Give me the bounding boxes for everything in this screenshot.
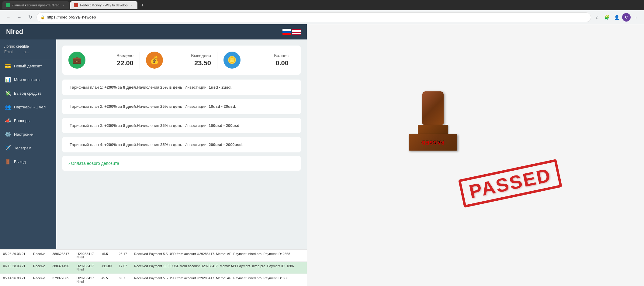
toolbar-actions: ☆ 🧩 👤 C ⋮	[593, 13, 640, 22]
tariff-card-1[interactable]: Тарифный план 1: +200% за 8 дней.Начисле…	[62, 80, 301, 95]
address-bar[interactable]: 🔒 https://nired.pro/?a=newdep	[36, 12, 591, 22]
transaction-table-container: 05.28 29.03.21 Receive 380626317 U292884…	[0, 249, 307, 286]
stamp-visual: PASSED PASSED	[384, 82, 567, 228]
settings-label: Настройки	[14, 132, 33, 137]
site-logo: Nired	[6, 28, 23, 36]
tx1-amount: +5.5	[98, 250, 116, 262]
tariff4-h2: 8 дней	[123, 142, 136, 147]
back-button[interactable]: ←	[4, 13, 13, 22]
tx1-account: U29288417 Nired	[74, 250, 98, 262]
tab-favicon-pm	[74, 3, 78, 7]
bookmark-icon[interactable]: ☆	[593, 13, 601, 22]
banners-icon: 📣	[5, 118, 11, 124]
tx1-account-sub: Nired	[77, 256, 95, 259]
tx3-date: 05.14 26.03.21	[0, 274, 30, 286]
tariff3-t3: . Инвестиции:	[182, 123, 209, 128]
stat-balance-info: Баланс 0.00	[245, 53, 289, 67]
sidebar-item-partners[interactable]: 👥 Партнеры - 1 чел	[0, 100, 56, 114]
user-info: Логин: credible Email: · · · - а...	[0, 39, 56, 59]
tariff4-h3: 25% в день	[160, 142, 182, 147]
stat-withdrawn-info: Выведено 23.50	[168, 53, 211, 67]
stat-deposited: 💼 Введено 22.00	[68, 52, 140, 69]
tariff2-h1: +200%	[104, 104, 117, 109]
sidebar-item-logout[interactable]: 🚪 Выход	[0, 155, 56, 169]
tariff-card-2[interactable]: Тарифный план 2: +200% за 8 дней.Начисле…	[62, 99, 301, 114]
tariff2-t3: . Инвестиции:	[182, 104, 209, 109]
payment-section: › Оплата нового депозита	[62, 156, 301, 171]
extensions-icon[interactable]: 🧩	[603, 13, 611, 22]
new-tab-button[interactable]: +	[139, 1, 147, 9]
sidebar-item-telegram[interactable]: ✈️ Телеграм	[0, 141, 56, 155]
stat-withdrawn: 💰 Выведено 23.50	[140, 52, 217, 69]
website: Nired Логин: credible Email: · · · -	[0, 24, 307, 286]
transaction-row-1: 05.28 29.03.21 Receive 380626317 U292884…	[0, 250, 307, 262]
profile-icon[interactable]: 👤	[612, 13, 621, 22]
site-header: Nired	[0, 24, 307, 39]
telegram-label: Телеграм	[14, 146, 31, 150]
forward-button[interactable]: →	[15, 13, 24, 22]
tariff3-h3: 25% в день	[160, 123, 182, 128]
passed-stamp-impression: PASSED	[458, 159, 563, 208]
tariff2-h3: 25% в день	[160, 104, 182, 109]
withdraw-label: Вывод средств	[14, 91, 42, 96]
tab-close-pm[interactable]: ×	[130, 3, 134, 7]
payment-toggle[interactable]: › Оплата нового депозита	[68, 161, 295, 166]
tariff1-t3: . Инвестиции:	[182, 85, 209, 90]
stat-deposited-icon: 💼	[68, 52, 85, 69]
tx3-batch: 379872065	[49, 274, 74, 286]
email-dots: · · · -	[16, 50, 23, 54]
tab-perfectmoney[interactable]: Perfect Money - Way to develop ×	[70, 1, 137, 9]
tariff3-h4: 100usd - 200usd	[209, 123, 239, 128]
url-text: https://nired.pro/?a=newdep	[47, 15, 587, 19]
reload-button[interactable]: ↻	[26, 13, 35, 22]
email-label: Email:	[4, 50, 14, 54]
stamp-reversed-text: PASSED	[421, 140, 445, 145]
tariff2-prefix: Тарифный план 2:	[70, 104, 104, 109]
tariff1-t4: .	[231, 85, 232, 90]
tariff-card-3[interactable]: Тарифный план 3: +200% за 8 дней.Начисле…	[62, 118, 301, 133]
transaction-row-3: 05.14 26.03.21 Receive 379872065 U292884…	[0, 274, 307, 286]
tariff4-h1: +200%	[104, 142, 117, 147]
my-deposits-label: Мои депозиты	[14, 77, 40, 82]
sidebar-item-my-deposits[interactable]: 📊 Мои депозиты	[0, 73, 56, 87]
browser-chrome: Личный кабинет проекта Nired × Perfect M…	[0, 0, 644, 24]
stamp-face: PASSED	[409, 134, 457, 151]
sidebar-item-settings[interactable]: ⚙️ Настройки	[0, 128, 56, 141]
tab-label-pm: Perfect Money - Way to develop	[80, 3, 127, 7]
tab-nired[interactable]: Личный кабинет проекта Nired ×	[2, 1, 69, 9]
sidebar-item-withdraw[interactable]: 💸 Вывод средств	[0, 87, 56, 100]
tab-close-nired[interactable]: ×	[61, 3, 65, 7]
flag-english[interactable]	[292, 29, 301, 35]
stats-row: 💼 Введено 22.00 💰 Выведено 23.50	[62, 46, 301, 75]
tx1-type: Receive	[30, 250, 49, 262]
my-deposits-icon: 📊	[5, 77, 11, 83]
profile-avatar[interactable]: C	[622, 13, 631, 22]
menu-icon[interactable]: ⋮	[632, 13, 640, 22]
flag-russian[interactable]	[282, 29, 291, 35]
tx2-date: 06.10 28.03.21	[0, 262, 30, 274]
right-panel: PASSED PASSED	[307, 24, 644, 286]
tariff2-t1: за	[117, 104, 123, 109]
tariff3-t1: за	[117, 123, 123, 128]
passed-text: PASSED	[468, 165, 553, 201]
tx2-amount: +11.00	[98, 262, 116, 274]
tx1-balance: 23.17	[116, 250, 131, 262]
stat-balance: 🪙 Баланс 0.00	[217, 52, 295, 69]
stat-withdrawn-value: 23.50	[168, 59, 211, 67]
tx3-memo: Received Payment 5.5 USD from account U2…	[131, 274, 307, 286]
sidebar-item-new-deposit[interactable]: 💳 Новый депозит	[0, 59, 56, 73]
tariff4-t4: .	[242, 142, 243, 147]
stamp-3d: PASSED	[409, 91, 457, 151]
tariff3-h1: +200%	[104, 123, 117, 128]
tariff4-prefix: Тарифный план 4:	[70, 142, 104, 147]
sidebar-item-banners[interactable]: 📣 Баннеры	[0, 114, 56, 128]
tariff4-t3: . Инвестиции:	[182, 142, 209, 147]
tx1-date: 05.28 29.03.21	[0, 250, 30, 262]
tx2-account: U29288417 Nired	[74, 262, 98, 274]
user-login: Логин: credible	[4, 44, 52, 49]
tariff-card-4[interactable]: Тарифный план 4: +200% за 8 дней.Начисле…	[62, 137, 301, 152]
telegram-icon: ✈️	[5, 145, 11, 151]
stamp-neck	[418, 125, 448, 134]
tariff1-h4: 1usd - 2usd	[209, 85, 230, 90]
user-email: Email: · · · - а...	[4, 50, 52, 54]
